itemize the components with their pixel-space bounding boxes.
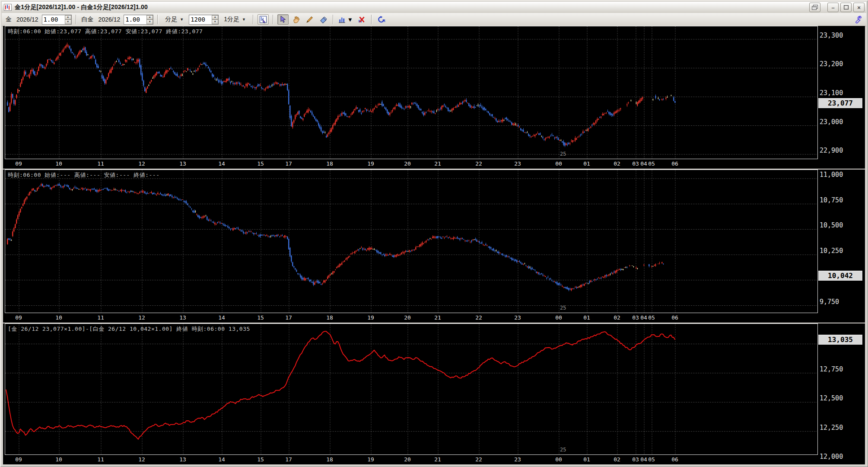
y-axis-label: 12,750 <box>820 365 843 373</box>
eraser-button[interactable] <box>318 14 329 25</box>
minimize-button[interactable]: – <box>827 3 839 12</box>
y-axis-label: 12,000 <box>820 453 843 461</box>
x-axis-label: 23 <box>514 456 521 463</box>
bar-count-input[interactable] <box>189 16 212 24</box>
spread-current-price: 13,035 <box>818 335 862 345</box>
select-tool-button[interactable] <box>277 14 289 25</box>
spread-plot[interactable]: [金 26/12 23,077×1.00]-[白金 26/12 10,042×1… <box>5 323 818 455</box>
hand-pan-button[interactable] <box>291 14 302 25</box>
x-axis-label: 00 <box>555 456 562 463</box>
window-title: 金1分足[2026/12]1.00 - 白金1分足[2026/12]1.00 <box>15 3 148 11</box>
chart-panel-spread[interactable]: [金 26/12 23,077×1.00]-[白金 26/12 10,042×1… <box>3 323 865 464</box>
y-axis-label: 22,900 <box>820 147 843 154</box>
x-axis-label: 04 <box>640 160 647 167</box>
x-axis-label: 12 <box>138 314 145 321</box>
x-axis-label: 02 <box>614 314 620 321</box>
bar-style-button[interactable]: ▼ <box>337 14 354 25</box>
date-marker: 25 <box>560 151 566 157</box>
x-axis-label: 03 <box>632 456 639 463</box>
x-axis-label: 14 <box>218 456 225 463</box>
platinum-current-price: 10,042 <box>818 271 862 281</box>
cascade-window-button[interactable] <box>809 3 820 12</box>
chart-area: 時刻:06:00 始値:23,077 高値:23,077 安値:23,077 終… <box>3 26 865 464</box>
x-axis-label: 11 <box>97 456 104 463</box>
bar-count-up[interactable]: ▲ <box>212 15 218 20</box>
x-axis-label: 03 <box>632 314 639 321</box>
pencil-draw-button[interactable] <box>304 14 315 25</box>
x-axis-label: 11 <box>97 314 104 321</box>
y-axis-label: 12,500 <box>820 394 843 402</box>
wrench-icon <box>854 16 862 24</box>
x-axis-label: 05 <box>648 314 655 321</box>
x-axis-label: 00 <box>555 314 562 321</box>
x-axis-label: 15 <box>257 314 264 321</box>
y-axis-label: 10,500 <box>820 221 843 229</box>
pencil-icon <box>306 16 314 23</box>
x-axis-label: 02 <box>614 160 620 167</box>
close-button[interactable]: × <box>853 3 865 12</box>
x-axis-label: 06 <box>671 160 678 167</box>
platinum-label: 白金 <box>80 16 95 23</box>
refresh-button[interactable]: R <box>376 14 387 25</box>
x-axis-label: 20 <box>404 456 411 463</box>
platinum-time-axis: 0910111213141517181920212223000102030405… <box>5 313 817 323</box>
x-axis-label: 12 <box>138 160 145 167</box>
gold-time-axis: 0910111213141517181920212223000102030405… <box>5 159 817 169</box>
x-axis-label: 21 <box>434 456 441 463</box>
chart-panel-gold[interactable]: 時刻:06:00 始値:23,077 高値:23,077 安値:23,077 終… <box>3 26 865 169</box>
y-axis-label: 23,300 <box>820 32 843 39</box>
x-axis-label: 22 <box>475 160 482 167</box>
gold-price-axis: 23,30023,20023,10023,00022,90023,077 <box>818 26 865 169</box>
x-axis-label: 04 <box>640 314 647 321</box>
x-axis-label: 01 <box>583 160 590 167</box>
chart-panel-platinum[interactable]: 時刻:06:00 始値:--- 高値:--- 安値:--- 終値:---2511… <box>3 170 865 323</box>
platinum-multiplier-input[interactable] <box>124 16 146 24</box>
platinum-plot[interactable]: 時刻:06:00 始値:--- 高値:--- 安値:--- 終値:---25 <box>5 170 818 313</box>
select-cursor-icon <box>279 16 287 23</box>
gold-series <box>5 26 817 159</box>
gold-current-price: 23,077 <box>818 98 862 108</box>
platinum-multiplier-up[interactable]: ▲ <box>146 15 153 20</box>
interval-select[interactable]: 1分足▼ <box>221 15 249 24</box>
y-axis-label: 11,000 <box>820 171 843 179</box>
wrench-settings-button[interactable] <box>852 14 864 25</box>
x-axis-label: 15 <box>257 160 264 167</box>
x-axis-label: 11 <box>97 160 104 167</box>
chart-settings-button[interactable] <box>258 14 269 25</box>
x-axis-label: 20 <box>404 160 411 167</box>
x-axis-label: 10 <box>55 456 62 463</box>
x-axis-label: 14 <box>218 160 225 167</box>
y-axis-label: 12,250 <box>820 424 843 432</box>
toolbar-separator <box>371 15 372 24</box>
gold-multiplier-input[interactable] <box>42 16 65 24</box>
x-axis-label: 09 <box>15 314 22 321</box>
x-axis-label: 05 <box>648 456 655 463</box>
interval-value: 1分足 <box>224 16 239 23</box>
gold-multiplier-up[interactable]: ▲ <box>65 15 71 20</box>
x-axis-label: 09 <box>15 160 22 167</box>
x-axis-label: 23 <box>514 160 521 167</box>
bar-count-stepper: ▲▼ <box>189 15 219 25</box>
delete-drawings-button[interactable] <box>356 14 367 25</box>
bar-chart-icon <box>338 16 346 23</box>
platinum-contract: 2026/12 <box>97 16 122 23</box>
x-axis-label: 06 <box>671 456 678 463</box>
platinum-multiplier-down[interactable]: ▼ <box>146 19 153 24</box>
toolbar-separator <box>253 15 254 24</box>
svg-text:R: R <box>382 18 385 23</box>
x-axis-label: 21 <box>434 160 441 167</box>
bar-type-select[interactable]: 分足▼ <box>162 15 187 24</box>
bar-count-down[interactable]: ▼ <box>212 19 218 24</box>
toolbar-separator <box>333 15 334 24</box>
x-axis-label: 18 <box>326 314 333 321</box>
spread-price-axis: 13,00012,75012,50012,25012,00013,035 <box>818 323 865 464</box>
eraser-icon <box>319 16 327 23</box>
x-axis-label: 17 <box>285 160 292 167</box>
gold-multiplier-down[interactable]: ▼ <box>65 19 71 24</box>
date-marker: 25 <box>560 305 566 311</box>
maximize-button[interactable] <box>840 3 852 12</box>
x-axis-label: 19 <box>367 160 374 167</box>
x-axis-label: 12 <box>138 456 145 463</box>
gold-plot[interactable]: 時刻:06:00 始値:23,077 高値:23,077 安値:23,077 終… <box>5 26 818 159</box>
toolbar-separator <box>157 15 158 24</box>
